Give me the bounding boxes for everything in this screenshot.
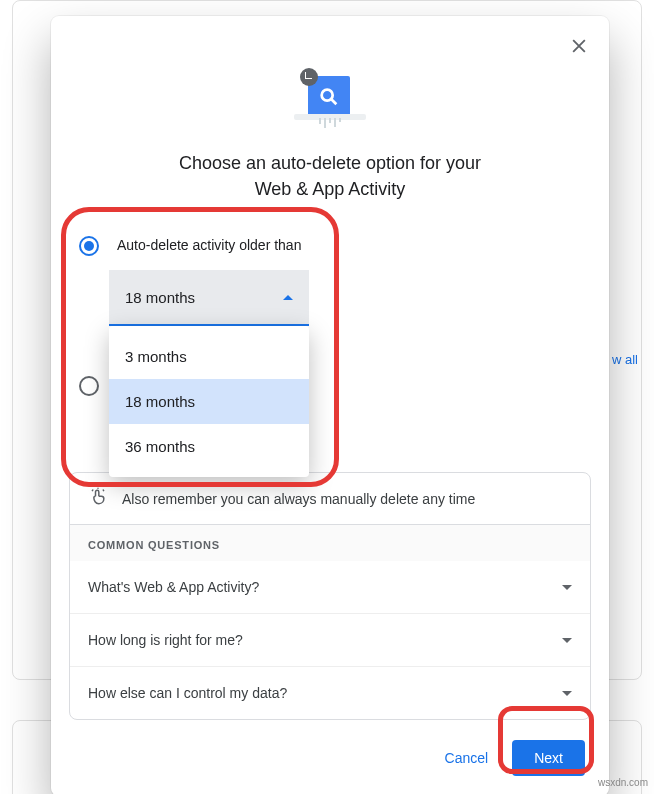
cancel-button[interactable]: Cancel [431,740,503,776]
chevron-down-icon [562,585,572,590]
duration-dropdown: 3 months 18 months 36 months [109,326,309,477]
cq-item-how-long[interactable]: How long is right for me? [70,613,590,666]
duration-select-value: 18 months [125,289,195,306]
close-icon [569,36,589,56]
dropdown-option-18-months[interactable]: 18 months [109,379,309,424]
auto-delete-modal: Choose an auto-delete option for your We… [51,16,609,794]
modal-actions: Cancel Next [51,720,609,784]
cq-item-whats-web-app[interactable]: What's Web & App Activity? [70,561,590,613]
caret-up-icon [283,295,293,300]
close-button[interactable] [567,34,591,58]
option-auto-delete[interactable]: Auto-delete activity older than [51,228,609,256]
hero-illustration [298,76,362,132]
duration-select[interactable]: 18 months [109,270,309,326]
cq-item-control-data[interactable]: How else can I control my data? [70,666,590,719]
shredder-icon [298,118,362,132]
chevron-down-icon [562,691,572,696]
common-questions-header: COMMON QUESTIONS [70,524,590,561]
radio-auto-delete[interactable] [79,236,99,256]
touch-icon [88,487,108,510]
dropdown-option-3-months[interactable]: 3 months [109,334,309,379]
watermark: wsxdn.com [598,777,648,788]
modal-title: Choose an auto-delete option for your We… [51,150,609,228]
radio-dont-auto-delete[interactable] [79,376,99,396]
clock-icon [300,68,318,86]
svg-line-1 [331,99,337,105]
option-auto-delete-label: Auto-delete activity older than [117,234,301,253]
next-button[interactable]: Next [512,740,585,776]
duration-select-wrap: 18 months 3 months 18 months 36 months [109,270,309,326]
manual-delete-note: Also remember you can always manually de… [70,473,590,524]
chevron-down-icon [562,638,572,643]
dropdown-option-36-months[interactable]: 36 months [109,424,309,469]
info-card: Also remember you can always manually de… [69,472,591,720]
bg-view-all-link[interactable]: w all [612,352,638,367]
